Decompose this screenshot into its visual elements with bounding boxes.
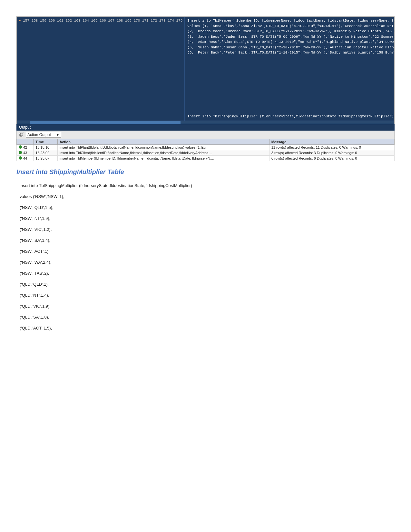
row-status: 44 xyxy=(17,155,34,161)
editor-lines: ● 157 158 159 160 161 162 163 164 165 16… xyxy=(17,17,394,121)
code-content: Insert into TblMember(fldmemberID, fldme… xyxy=(185,17,394,121)
sql-line: ('NSW','WA',2.4), xyxy=(20,258,391,267)
sql-line: ('NSW','NT',1.9), xyxy=(20,214,391,223)
row-status: 43 xyxy=(17,150,34,155)
sql-line: ('NSW','QLD',1.5), xyxy=(20,203,391,212)
sql-line: ('NSW','TAS',2), xyxy=(20,269,391,278)
sql-line: ('QLD','SA',1.8), xyxy=(20,313,391,321)
row-action: insert into TblPlant(fldplantID,fldbotan… xyxy=(57,144,269,150)
row-action: insert into TblClient(fldclientID,fldcli… xyxy=(57,150,269,155)
row-message: 6 row(s) affected Records: 6 Duplicates:… xyxy=(269,155,394,161)
editor-scrollbar[interactable] xyxy=(17,121,394,124)
action-output-label: Action Output xyxy=(27,133,51,137)
code-editor: ● 157 158 159 160 161 162 163 164 165 16… xyxy=(16,16,395,124)
sql-text-block: insert into TblShippingMultiplier (fldnu… xyxy=(20,182,391,332)
output-label: Output xyxy=(19,125,31,130)
output-table-header: Time Action Message xyxy=(17,139,395,144)
row-message: 11 row(s) affected Records: 11 Duplicate… xyxy=(269,144,394,150)
action-output-dropdown[interactable]: Action Output ▼ xyxy=(26,132,61,138)
sql-line: insert into TblShippingMultiplier (fldnu… xyxy=(20,182,391,190)
editor-hscroll[interactable] xyxy=(30,121,181,124)
dropdown-arrow: ▼ xyxy=(56,133,60,137)
line-numbers: ● 157 158 159 160 161 162 163 164 165 16… xyxy=(17,17,185,121)
sql-line: values ('NSW','NSW',1), xyxy=(20,192,391,201)
output-icon xyxy=(19,132,24,137)
row-status: 42 xyxy=(17,144,34,150)
sql-line: ('NSW','SA',1.4), xyxy=(20,236,391,245)
sql-line: ('QLD','ACT',1.5), xyxy=(20,324,391,332)
sql-line: ('QLD','QLD',1), xyxy=(20,280,391,289)
row-time: 18:23:02 xyxy=(34,150,57,155)
page-container: ● 157 158 159 160 161 162 163 164 165 16… xyxy=(10,10,401,519)
output-table: Time Action Message 42 18:18:10 insert i… xyxy=(16,139,395,161)
col-message: Message xyxy=(269,139,394,144)
table-row: 43 18:23:02 insert into TblClient(fldcli… xyxy=(17,150,395,155)
table-row: 44 18:25:07 insert into TblMember(fldmem… xyxy=(17,155,395,161)
col-time: Time xyxy=(34,139,57,144)
sql-line: ('QLD','VIC',1.9), xyxy=(20,302,391,310)
sql-line: ('NSW','VIC',1.2), xyxy=(20,225,391,234)
col-action: Action xyxy=(57,139,269,144)
sql-line: ('QLD','NT',1.4), xyxy=(20,291,391,300)
row-action: insert into TblMember(fldmemberID, fldme… xyxy=(57,155,269,161)
copy-icon xyxy=(19,133,23,137)
output-toolbar: Action Output ▼ xyxy=(16,131,395,139)
row-message: 3 row(s) affected Records: 3 Duplicates:… xyxy=(269,150,394,155)
sql-line: ('NSW','ACT',1), xyxy=(20,247,391,256)
row-time: 18:18:10 xyxy=(34,144,57,150)
table-row: 42 18:18:10 insert into TblPlant(fldplan… xyxy=(17,144,395,150)
section-heading: Insert into ShippingMultiplier Table xyxy=(16,168,395,176)
row-time: 18:25:07 xyxy=(34,155,57,161)
svg-rect-1 xyxy=(20,133,23,136)
col-status xyxy=(17,139,34,144)
output-panel-header: Output xyxy=(16,124,395,131)
